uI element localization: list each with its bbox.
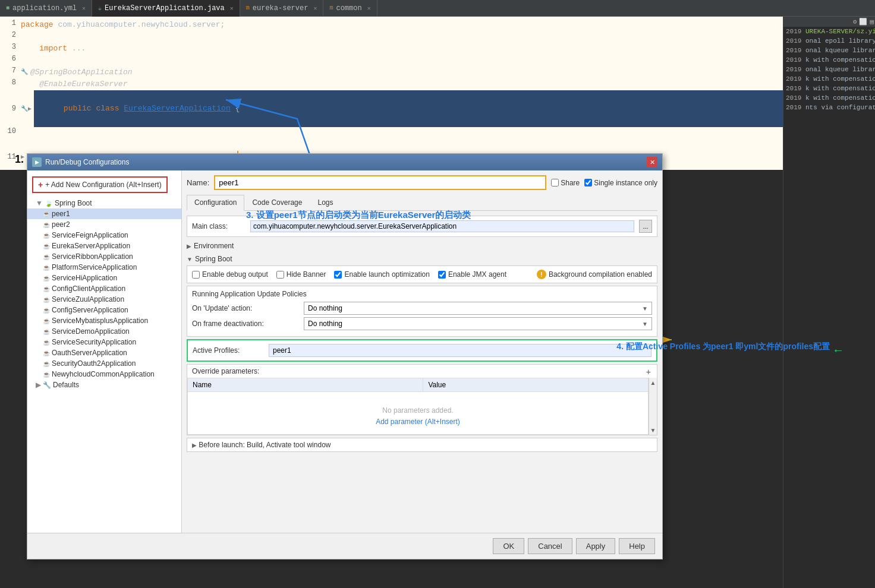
add-new-configuration-button[interactable]: + + Add New Configuration (Alt+Insert)	[32, 176, 168, 193]
java-app-icon: ☕	[43, 339, 50, 346]
log-line-6: 2019 k with compensationTi	[783, 74, 875, 84]
log-clear-icon[interactable]: ⬜	[859, 18, 867, 26]
tree-item-eurekaserver[interactable]: ☕ EurekaServerApplication	[27, 241, 181, 251]
java-app-icon: ☕	[43, 286, 50, 292]
tree-item-peer2[interactable]: ☕ peer2	[27, 219, 181, 230]
share-checkbox[interactable]	[551, 179, 559, 186]
active-profiles-wrapper: Active Profiles: 4. 配置Active Profiles 为p…	[187, 339, 657, 364]
plus-icon: +	[38, 180, 43, 189]
add-param-icon[interactable]: +	[646, 367, 651, 377]
tree-item-servicedemo[interactable]: ☕ ServiceDemoApplication	[27, 326, 181, 337]
debug-output-checkbox[interactable]	[192, 271, 200, 279]
ok-button[interactable]: OK	[493, 538, 524, 554]
params-table: Name Value No parameters added. Add	[187, 378, 649, 435]
params-scrollbar[interactable]: ▲ ▼	[649, 378, 657, 435]
jmx-agent-checkbox-label: Enable JMX agent	[438, 270, 506, 279]
code-line-10: 10	[0, 127, 875, 139]
log-filter-icon[interactable]: ▤	[870, 18, 874, 26]
no-params-message: No parameters added.	[193, 394, 643, 418]
tree-item-servicefeign[interactable]: ☕ ServiceFeignApplication	[27, 230, 181, 241]
tree-item-configclient[interactable]: ☕ ConfigClientApplication	[27, 283, 181, 294]
on-update-select[interactable]: Do nothing ▼	[304, 302, 652, 315]
active-profiles-label: Active Profiles:	[193, 346, 264, 355]
log-line-7: 2019 k with compensationTi	[783, 84, 875, 93]
tab-code-coverage[interactable]: Code Coverage	[244, 195, 310, 210]
java-app-icon: ☕	[43, 328, 50, 335]
tree-item-defaults[interactable]: ▶ 🔧 Defaults	[27, 380, 181, 390]
tab-close-icon[interactable]: ✕	[82, 5, 86, 12]
java-app-icon: ☕	[43, 318, 50, 324]
tree-item-serviceribbon[interactable]: ☕ ServiceRibbonApplication	[27, 251, 181, 262]
tab-close-icon[interactable]: ✕	[313, 5, 317, 12]
help-button[interactable]: Help	[619, 538, 655, 554]
log-toolbar: ⚙ ⬜ ▤	[783, 17, 875, 27]
params-name-header: Name	[188, 378, 423, 392]
scroll-down-icon[interactable]: ▼	[650, 426, 657, 434]
tree-item-peer1[interactable]: ☕ peer1	[27, 208, 181, 219]
environment-toggle-icon: ▶	[187, 243, 191, 249]
java-app-icon: ☕	[43, 307, 50, 314]
share-checkbox-label: Share	[551, 179, 580, 187]
active-profiles-input[interactable]	[269, 344, 651, 357]
hide-banner-checkbox[interactable]	[276, 271, 284, 279]
tab-close-icon[interactable]: ✕	[230, 5, 234, 12]
tree-item-newyhcloudcommon[interactable]: ☕ NewyhcloudCommonApplication	[27, 369, 181, 380]
run-debug-dialog: ▶ Run/Debug Configurations ✕ + + Add New…	[27, 153, 663, 559]
main-class-label: Main class:	[192, 222, 245, 230]
tab-logs[interactable]: Logs	[310, 195, 341, 210]
jmx-agent-checkbox[interactable]	[438, 271, 446, 279]
add-param-link[interactable]: Add parameter (Alt+Insert)	[193, 418, 643, 432]
name-input[interactable]	[214, 175, 546, 190]
tree-item-servicesecurity[interactable]: ☕ ServiceSecurityApplication	[27, 337, 181, 347]
log-line-8: 2019 k with compensationTi	[783, 93, 875, 103]
cancel-button[interactable]: Cancel	[528, 538, 572, 554]
spring-checkboxes: Enable debug output Hide Banner Enable l…	[192, 270, 652, 279]
tree-item-servicehi[interactable]: ☕ ServiceHiApplication	[27, 273, 181, 283]
java-app-icon: ☕	[43, 264, 50, 271]
launch-opt-checkbox[interactable]	[334, 271, 342, 279]
tab-label: application.yml	[12, 4, 77, 12]
tab-configuration[interactable]: Configuration	[187, 195, 244, 211]
module-icon: m	[246, 5, 250, 11]
warning-icon: !	[537, 270, 546, 279]
log-line-9: 2019 nts via configuratio	[783, 103, 875, 112]
log-line-1: 2019 UREKA-SERVER/sz.yihua	[783, 27, 875, 36]
tree-item-platformservice[interactable]: ☕ PlatformServiceApplication	[27, 262, 181, 273]
tree-item-springboot[interactable]: ▼ 🍃 Spring Boot	[27, 198, 181, 208]
hide-banner-checkbox-label: Hide Banner	[276, 270, 326, 279]
tab-label: common	[336, 4, 361, 12]
tab-close-icon[interactable]: ✕	[367, 5, 371, 12]
browse-main-class-button[interactable]: ...	[639, 220, 652, 233]
scroll-up-icon[interactable]: ▲	[650, 379, 657, 386]
tab-application-yml[interactable]: ■ application.yml ✕	[0, 0, 92, 17]
tree-item-oauthserver[interactable]: ☕ OauthServerApplication	[27, 347, 181, 358]
main-class-input[interactable]	[250, 220, 634, 232]
code-line-1: 1 package com.yihuacomputer.newyhcloud.s…	[0, 19, 875, 31]
spring-boot-options: Enable debug output Hide Banner Enable l…	[187, 265, 657, 283]
single-instance-checkbox[interactable]	[584, 179, 592, 186]
update-policies-label: Running Application Update Policies	[192, 290, 652, 298]
apply-button[interactable]: Apply	[576, 538, 616, 554]
tab-common[interactable]: m common ✕	[323, 0, 377, 17]
java-app-icon: ☕	[43, 222, 50, 228]
tree-section: ▼ 🍃 Spring Boot ☕ peer1 ☕ peer2 ☕ Servic…	[27, 197, 181, 391]
on-update-row: On 'Update' action: Do nothing ▼	[192, 302, 652, 315]
dialog-titlebar: ▶ Run/Debug Configurations ✕	[27, 154, 662, 170]
code-line-7: 7 🔧 @SpringBootApplication	[0, 67, 875, 78]
tab-eureka-server[interactable]: m eureka-server ✕	[240, 0, 324, 17]
update-policies-section: Running Application Update Policies On '…	[187, 286, 657, 337]
code-line-6: 6	[0, 55, 875, 67]
tab-eureka-server-application[interactable]: ☕ EurekaServerApplication.java ✕	[92, 0, 240, 17]
on-frame-select[interactable]: Do nothing ▼	[304, 317, 652, 330]
tree-item-securityoauth2[interactable]: ☕ SecurityOauth2Application	[27, 358, 181, 369]
tree-item-configserver[interactable]: ☕ ConfigServerApplication	[27, 305, 181, 315]
before-launch-section: ▶ Before launch: Build, Activate tool wi…	[187, 438, 657, 452]
springboot-section-header[interactable]: ▼ Spring Boot	[187, 252, 657, 265]
tree-item-servicezuul[interactable]: ☕ ServiceZuulApplication	[27, 294, 181, 305]
code-line-2: 2	[0, 31, 875, 43]
environment-section-header[interactable]: ▶ Environment	[187, 239, 657, 252]
bg-compilation-info: ! Background compilation enabled	[537, 270, 652, 279]
log-settings-icon[interactable]: ⚙	[853, 18, 857, 26]
dialog-close-button[interactable]: ✕	[647, 157, 657, 167]
tree-item-servicemybatisplus[interactable]: ☕ ServiceMybatisplusApplication	[27, 315, 181, 326]
